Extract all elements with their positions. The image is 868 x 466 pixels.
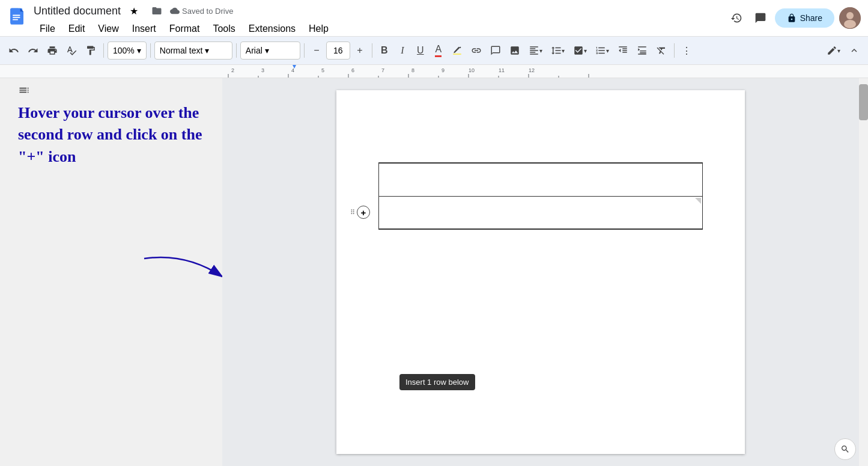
share-button[interactable]: Share: [775, 8, 834, 28]
svg-rect-4: [13, 19, 18, 20]
font-size-value: 16: [333, 46, 343, 55]
svg-point-6: [846, 12, 854, 19]
paint-format-button[interactable]: [82, 42, 100, 59]
scrollbar-thumb[interactable]: [859, 84, 868, 120]
comments-icon[interactable]: [751, 8, 770, 28]
document-table[interactable]: ⠿ +: [378, 162, 703, 230]
left-sidebar: Hover your cursor over the second row an…: [0, 78, 222, 466]
comment-button[interactable]: [487, 42, 505, 59]
history-icon[interactable]: [727, 8, 746, 28]
ruler: 2 3 4 5 6 7 8 9 10 11 12: [0, 65, 868, 78]
font-select[interactable]: Arial ▾: [240, 41, 300, 60]
table-cell[interactable]: [379, 163, 703, 196]
insert-row-button[interactable]: +: [357, 206, 370, 219]
toolbar-sep-5: [372, 43, 372, 58]
increase-font-button[interactable]: +: [351, 42, 368, 59]
svg-text:10: 10: [469, 67, 475, 73]
indent-increase-button[interactable]: [633, 42, 651, 59]
toolbar-sep-3: [236, 43, 237, 58]
bold-button[interactable]: B: [376, 42, 393, 59]
more-options-button[interactable]: ⋮: [678, 42, 695, 59]
cell-corner-indicator: [695, 198, 701, 204]
svg-text:7: 7: [381, 67, 384, 73]
zoom-select[interactable]: 100% ▾: [108, 41, 147, 60]
toolbar-sep-2: [150, 43, 151, 58]
cloud-icon: [170, 6, 180, 16]
menu-view[interactable]: View: [92, 21, 124, 37]
row-action-area: ⠿ +: [350, 206, 370, 219]
svg-text:6: 6: [351, 67, 354, 73]
zoom-value: 100%: [113, 46, 135, 55]
style-select[interactable]: Normal text ▾: [154, 41, 232, 60]
edit-mode-button[interactable]: ▾: [823, 42, 844, 59]
menu-insert[interactable]: Insert: [126, 21, 162, 37]
highlight-button[interactable]: [448, 42, 466, 59]
svg-text:5: 5: [321, 67, 324, 73]
zoom-dropdown-icon: ▾: [137, 46, 141, 55]
folder-icon[interactable]: [147, 1, 166, 20]
share-label: Share: [800, 13, 822, 23]
user-avatar[interactable]: [839, 7, 861, 29]
svg-rect-3: [13, 17, 20, 18]
menu-bar: File Edit View Insert Format Tools Exten…: [34, 22, 722, 36]
expand-button[interactable]: [834, 438, 856, 460]
font-color-button[interactable]: A: [430, 42, 447, 59]
indent-decrease-button[interactable]: [614, 42, 632, 59]
lock-icon: [787, 13, 797, 23]
underline-button[interactable]: U: [412, 42, 429, 59]
document-title[interactable]: Untitled document: [34, 5, 121, 17]
svg-rect-8: [453, 54, 461, 55]
checklist-button[interactable]: ▾: [569, 42, 590, 59]
document-canvas[interactable]: ⠿ + Insert 1 row below: [222, 78, 859, 466]
right-scrollbar[interactable]: [859, 78, 868, 466]
decrease-font-button[interactable]: −: [308, 42, 325, 59]
collapse-toolbar-button[interactable]: [845, 42, 863, 59]
menu-extensions[interactable]: Extensions: [243, 21, 302, 37]
annotation-arrow: [138, 247, 234, 295]
document-page: ⠿ + Insert 1 row below: [336, 90, 745, 454]
title-bar: Untitled document ★ Saved to Drive File …: [0, 0, 868, 36]
svg-text:2: 2: [231, 67, 234, 73]
italic-button[interactable]: I: [394, 42, 411, 59]
style-value: Normal text: [160, 46, 203, 55]
table-row[interactable]: [379, 163, 703, 196]
menu-edit[interactable]: Edit: [62, 21, 91, 37]
font-dropdown-icon: ▾: [265, 46, 269, 55]
annotation-text: Hover your cursor over the second row an…: [18, 102, 210, 168]
saved-label: Saved to Drive: [182, 7, 233, 16]
toolbar-sep-4: [304, 43, 305, 58]
clear-formatting-button[interactable]: [652, 42, 670, 59]
undo-button[interactable]: [5, 42, 23, 59]
outline-button[interactable]: [18, 84, 30, 99]
link-button[interactable]: [467, 42, 485, 59]
menu-file[interactable]: File: [34, 21, 61, 37]
print-button[interactable]: [43, 42, 61, 59]
svg-text:4: 4: [291, 67, 294, 73]
menu-tools[interactable]: Tools: [207, 21, 241, 37]
font-value: Arial: [246, 46, 263, 55]
list-button[interactable]: ▾: [592, 42, 613, 59]
style-dropdown-icon: ▾: [205, 46, 209, 55]
menu-help[interactable]: Help: [303, 21, 335, 37]
redo-button[interactable]: [24, 42, 42, 59]
svg-text:8: 8: [411, 67, 414, 73]
toolbar: 100% ▾ Normal text ▾ Arial ▾ − 16 + B I …: [0, 36, 868, 65]
svg-rect-2: [13, 15, 20, 16]
table-cell-hovered[interactable]: ⠿ +: [379, 196, 703, 229]
spellcheck-button[interactable]: [62, 42, 80, 59]
svg-text:9: 9: [442, 67, 445, 73]
table-row-hovered[interactable]: ⠿ +: [379, 196, 703, 229]
star-icon[interactable]: ★: [124, 1, 144, 20]
font-size-field[interactable]: 16: [326, 41, 350, 60]
toolbar-sep-last: [674, 43, 675, 58]
svg-text:11: 11: [499, 67, 505, 73]
toolbar-sep-1: [103, 43, 104, 58]
main-area: Hover your cursor over the second row an…: [0, 78, 868, 466]
svg-point-7: [844, 20, 856, 28]
image-button[interactable]: [506, 42, 524, 59]
row-drag-icon[interactable]: ⠿: [350, 209, 355, 216]
align-button[interactable]: ▾: [525, 42, 546, 59]
cloud-save-area: Saved to Drive: [170, 6, 233, 16]
menu-format[interactable]: Format: [163, 21, 206, 37]
line-spacing-button[interactable]: ▾: [547, 42, 568, 59]
